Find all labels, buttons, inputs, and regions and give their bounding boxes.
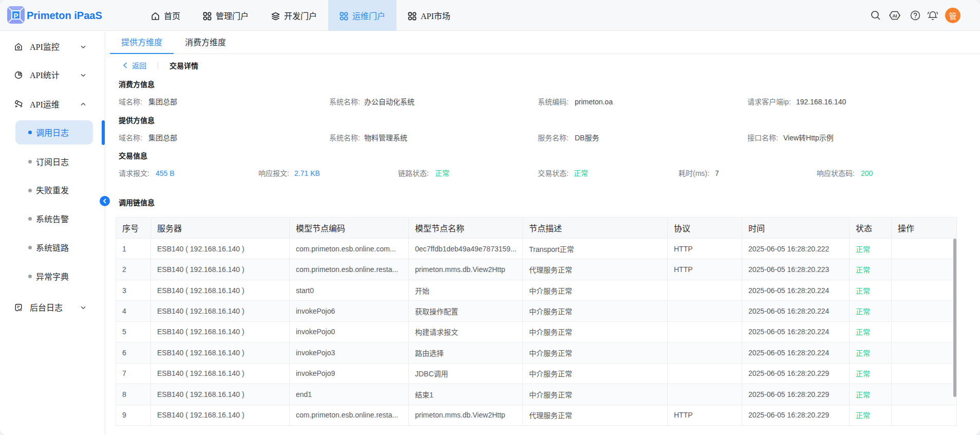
- svg-text:AI: AI: [892, 13, 897, 19]
